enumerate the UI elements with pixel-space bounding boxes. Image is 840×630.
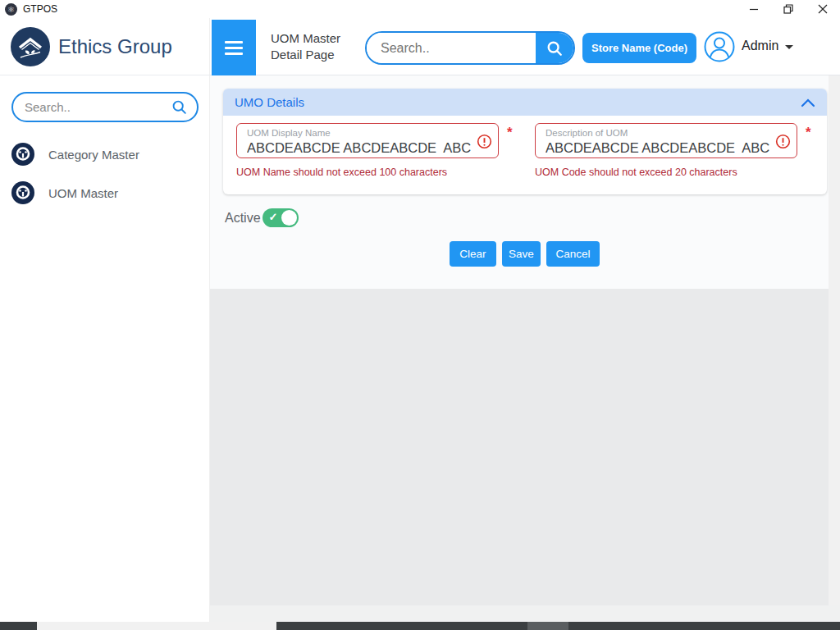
caret-down-icon bbox=[785, 45, 793, 49]
user-avatar[interactable] bbox=[704, 31, 735, 62]
content-area-lower bbox=[210, 289, 829, 605]
panel-body: UOM Display Name ABCDEABCDE ABCDEABCDE A… bbox=[223, 116, 827, 194]
uom-display-name-group: UOM Display Name ABCDEABCDE ABCDEABCDE A… bbox=[236, 123, 520, 158]
sidebar-item-label: UOM Master bbox=[48, 186, 118, 200]
hamburger-menu-button[interactable] bbox=[212, 20, 256, 75]
uom-description-input[interactable]: Description of UOM ABCDEABCDE ABCDEABCDE… bbox=[535, 123, 797, 158]
user-name: Admin bbox=[742, 39, 778, 53]
header-search[interactable] bbox=[365, 31, 575, 65]
panel-header[interactable]: UMO Details bbox=[223, 89, 827, 116]
sidebar-item-category-master[interactable]: Category Master bbox=[11, 143, 139, 166]
brand-name: Ethics Group bbox=[58, 35, 172, 58]
sidebar: Ethics Group Category Master UOM Master bbox=[0, 18, 210, 622]
horizontal-scrollbar-thumb[interactable] bbox=[527, 622, 568, 630]
menu-icon bbox=[225, 41, 243, 43]
field-value: ABCDEABCDE ABCDEABCDE ABCDEA bbox=[247, 140, 471, 156]
panel-title: UMO Details bbox=[235, 95, 304, 109]
field-error-message: UOM Name should not exceed 100 character… bbox=[236, 167, 447, 178]
store-name-button[interactable]: Store Name (Code) bbox=[582, 33, 696, 63]
minimize-icon bbox=[749, 4, 759, 14]
user-menu[interactable]: Admin bbox=[742, 39, 793, 53]
toggle-knob bbox=[281, 210, 297, 226]
uom-description-group: Description of UOM ABCDEABCDE ABCDEABCDE… bbox=[535, 123, 819, 158]
horizontal-scrollbar-track bbox=[37, 622, 276, 630]
search-icon bbox=[546, 40, 563, 57]
restore-icon bbox=[783, 4, 793, 14]
gauge-icon bbox=[11, 143, 34, 166]
cancel-button[interactable]: Cancel bbox=[546, 241, 600, 267]
error-icon bbox=[477, 134, 492, 149]
field-value: ABCDEABCDE ABCDEABCDE ABCDEA bbox=[546, 140, 769, 156]
close-button[interactable] bbox=[806, 0, 840, 18]
restore-button[interactable] bbox=[771, 0, 806, 18]
brand-logo-icon bbox=[11, 27, 50, 66]
clear-button[interactable]: Clear bbox=[450, 241, 496, 267]
header-search-button[interactable] bbox=[536, 33, 573, 63]
save-button[interactable]: Save bbox=[502, 241, 541, 267]
window-titlebar: ⚛ GTPOS bbox=[0, 0, 840, 18]
uom-display-name-input[interactable]: UOM Display Name ABCDEABCDE ABCDEABCDE A… bbox=[236, 123, 499, 158]
vertical-scrollbar[interactable] bbox=[829, 75, 840, 605]
user-icon bbox=[704, 31, 735, 62]
brand-row: Ethics Group bbox=[0, 18, 210, 75]
header: UOM Master Detail Page Store Name (Code)… bbox=[210, 18, 840, 75]
sidebar-search[interactable] bbox=[11, 92, 199, 122]
active-label: Active bbox=[225, 211, 261, 226]
field-error-message: UOM Code should not exceed 20 characters bbox=[535, 167, 737, 178]
field-label: UOM Display Name bbox=[247, 128, 331, 138]
minimize-button[interactable] bbox=[737, 0, 771, 18]
app-icon: ⚛ bbox=[5, 3, 17, 16]
page-title: UOM Master Detail Page bbox=[271, 30, 340, 63]
horizontal-scrollbar[interactable] bbox=[0, 622, 840, 630]
required-mark: * bbox=[806, 125, 811, 141]
umo-details-panel: UMO Details UOM Display Name ABCDEABCDE … bbox=[223, 89, 827, 194]
sidebar-item-uom-master[interactable]: UOM Master bbox=[11, 181, 118, 204]
check-icon: ✓ bbox=[269, 211, 278, 223]
header-search-input[interactable] bbox=[367, 33, 536, 63]
content-footer bbox=[210, 605, 840, 622]
sidebar-item-label: Category Master bbox=[48, 148, 139, 162]
gauge-icon bbox=[11, 181, 34, 204]
active-toggle[interactable]: ✓ bbox=[262, 208, 299, 227]
search-icon bbox=[171, 99, 187, 115]
required-mark: * bbox=[507, 125, 513, 141]
sidebar-search-input[interactable] bbox=[25, 100, 171, 114]
close-icon bbox=[818, 4, 828, 14]
chevron-up-icon[interactable] bbox=[801, 98, 815, 107]
app-title: GTPOS bbox=[23, 3, 57, 15]
active-row: Active ✓ bbox=[225, 208, 299, 227]
field-label: Description of UOM bbox=[546, 128, 628, 138]
error-icon bbox=[775, 134, 791, 149]
window-controls bbox=[737, 0, 840, 18]
